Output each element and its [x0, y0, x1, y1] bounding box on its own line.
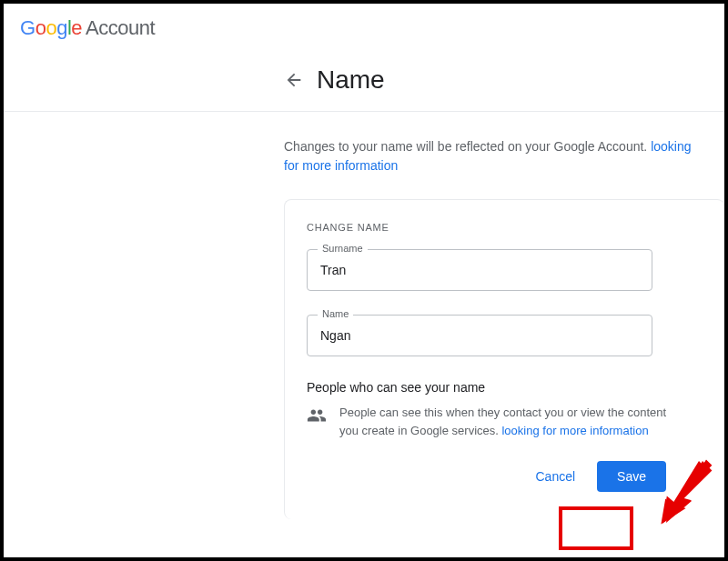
surname-label: Surname — [318, 243, 368, 254]
visibility-link[interactable]: looking for more information — [501, 424, 648, 437]
save-button[interactable]: Save — [597, 461, 666, 492]
window-frame: GoogleAccount Name Changes to your name … — [0, 0, 728, 561]
visibility-text: People can see this when they contact yo… — [339, 404, 685, 439]
people-icon — [307, 406, 327, 426]
description-text: Changes to your name will be reflected o… — [284, 137, 724, 175]
name-field: Name — [307, 315, 703, 356]
visibility-title: People who can see your name — [307, 380, 703, 395]
cancel-button[interactable]: Cancel — [522, 461, 588, 492]
page-title: Name — [317, 65, 385, 95]
actions-row: Cancel Save — [307, 461, 703, 492]
name-label: Name — [318, 308, 353, 319]
content-area: Changes to your name will be reflected o… — [4, 112, 724, 519]
app-header: GoogleAccount — [4, 4, 724, 49]
section-label: CHANGE NAME — [307, 222, 703, 233]
change-name-card: CHANGE NAME Surname Name People who can … — [284, 199, 724, 519]
visibility-row: People can see this when they contact yo… — [307, 404, 703, 439]
back-arrow-icon[interactable] — [284, 70, 304, 90]
surname-field: Surname — [307, 249, 703, 291]
title-row: Name — [4, 49, 724, 111]
description-prefix: Changes to your name will be reflected o… — [284, 139, 651, 154]
google-account-logo: GoogleAccount — [20, 16, 155, 40]
surname-input[interactable] — [307, 249, 652, 291]
name-input[interactable] — [307, 315, 652, 356]
